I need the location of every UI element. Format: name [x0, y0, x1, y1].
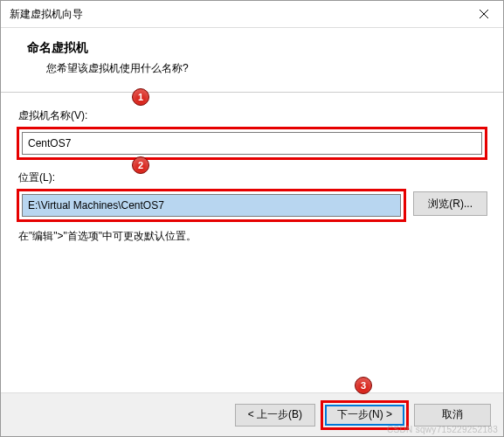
- callout-2: 2: [132, 156, 149, 174]
- close-icon: [480, 10, 488, 18]
- close-button[interactable]: [464, 1, 503, 27]
- next-button[interactable]: 下一步(N) >: [325, 405, 404, 426]
- wizard-window: 新建虚拟机向导 命名虚拟机 您希望该虚拟机使用什么名称? 虚拟机名称(V): 位…: [0, 0, 504, 437]
- header-section: 命名虚拟机 您希望该虚拟机使用什么名称?: [1, 28, 503, 90]
- back-button[interactable]: < 上一步(B): [235, 404, 315, 427]
- vm-name-input[interactable]: [22, 132, 482, 155]
- watermark: CSDN sqwy715229252183: [387, 425, 498, 434]
- location-row: 浏览(R)...: [17, 189, 487, 224]
- callout-3: 3: [355, 377, 372, 394]
- location-group: 位置(L): 浏览(R)... 在"编辑">"首选项"中可更改默认位置。: [17, 170, 487, 244]
- location-input-col: [17, 189, 406, 224]
- location-input[interactable]: [22, 194, 401, 217]
- form-area: 虚拟机名称(V): 位置(L): 浏览(R)... 在"编辑">"首选项"中可更…: [1, 93, 503, 244]
- callout-1: 1: [132, 88, 149, 106]
- vm-name-label: 虚拟机名称(V):: [17, 108, 487, 123]
- highlight-box-2: [17, 189, 406, 222]
- page-title: 命名虚拟机: [27, 40, 486, 56]
- vm-name-group: 虚拟机名称(V):: [17, 108, 487, 160]
- titlebar: 新建虚拟机向导: [1, 1, 503, 27]
- cancel-button[interactable]: 取消: [414, 404, 491, 427]
- location-label: 位置(L):: [17, 170, 487, 185]
- window-title: 新建虚拟机向导: [10, 7, 83, 22]
- browse-button[interactable]: 浏览(R)...: [413, 191, 487, 216]
- page-subtitle: 您希望该虚拟机使用什么名称?: [27, 61, 486, 76]
- hint-text: 在"编辑">"首选项"中可更改默认位置。: [17, 229, 487, 244]
- highlight-box-1: [17, 127, 487, 160]
